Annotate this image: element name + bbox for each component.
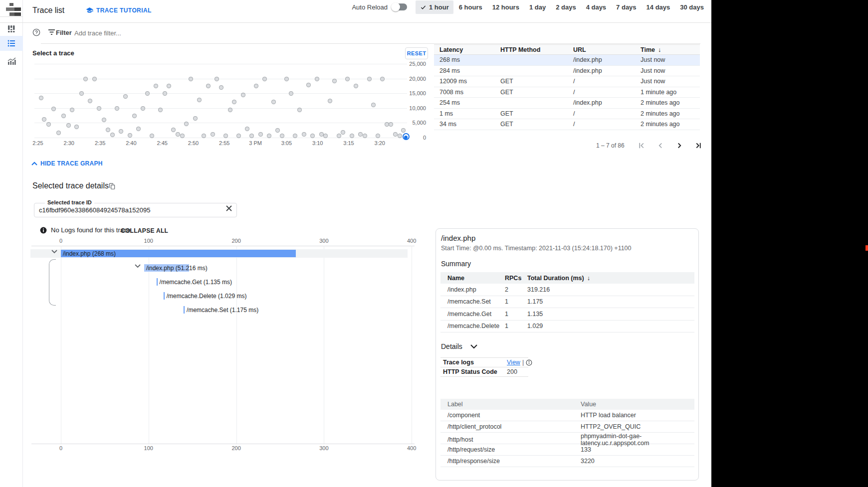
trace-dot[interactable]	[74, 125, 79, 129]
range-button-6-hours[interactable]: 6 hours	[454, 0, 487, 14]
trace-dot[interactable]	[136, 127, 141, 131]
trace-dot[interactable]	[46, 122, 51, 127]
details-section-toggle[interactable]: Details	[441, 342, 477, 350]
summary-column-header[interactable]: Total Duration (ms)↓	[527, 275, 694, 282]
trace-dot[interactable]	[61, 114, 66, 118]
range-button-12-hours[interactable]: 12 hours	[488, 0, 524, 14]
trace-filter-input[interactable]	[73, 29, 373, 37]
trace-dot[interactable]	[376, 134, 380, 138]
trace-dot[interactable]	[70, 108, 74, 112]
trace-dot[interactable]	[358, 132, 363, 137]
hide-trace-graph-button[interactable]: HIDE TRACE GRAPH	[31, 160, 103, 167]
trace-dot[interactable]	[88, 99, 92, 103]
trace-dot[interactable]	[236, 134, 241, 138]
column-header[interactable]: URL	[573, 46, 641, 53]
trace-dot[interactable]	[110, 133, 115, 137]
trace-dot[interactable]	[306, 83, 311, 87]
span-bar[interactable]	[184, 306, 185, 314]
table-row[interactable]: 34 msGET/2 minutes ago	[434, 119, 700, 130]
trace-dot[interactable]	[39, 96, 43, 100]
trace-dot[interactable]	[245, 127, 249, 131]
trace-dot[interactable]	[389, 122, 393, 127]
reset-button[interactable]: RESET	[405, 47, 428, 59]
trace-dot[interactable]	[141, 106, 145, 111]
trace-dot[interactable]	[42, 117, 46, 122]
trace-dot[interactable]	[267, 134, 271, 138]
table-row[interactable]: 284 ms/index.phpJust now	[434, 66, 700, 77]
trace-dot[interactable]	[385, 122, 389, 127]
trace-dot[interactable]	[223, 134, 228, 138]
trace-dot[interactable]	[398, 134, 402, 138]
summary-column-header[interactable]: Name	[447, 275, 505, 282]
collapse-all-button[interactable]: COLLAPSE ALL	[121, 227, 168, 234]
trace-dot[interactable]	[154, 84, 158, 88]
span-bar[interactable]	[157, 278, 158, 286]
trace-dot[interactable]	[184, 122, 189, 126]
chevron-down-icon[interactable]	[135, 264, 141, 268]
trace-dot[interactable]	[345, 77, 350, 81]
previous-page-icon[interactable]	[654, 140, 666, 152]
span-row[interactable]: /index.php (51.216 ms)	[32, 264, 415, 272]
trace-dot[interactable]	[297, 108, 302, 112]
trace-dot[interactable]	[219, 85, 223, 90]
trace-dot[interactable]	[302, 132, 306, 137]
trace-dot[interactable]	[158, 108, 163, 112]
trace-dot[interactable]	[66, 123, 71, 128]
trace-dot[interactable]	[401, 128, 406, 133]
trace-dot[interactable]	[289, 91, 293, 96]
trace-dot[interactable]	[180, 134, 185, 138]
trace-dot[interactable]	[92, 77, 97, 81]
span-row[interactable]: /memcache.Delete (1.029 ms)	[32, 292, 415, 300]
trace-dot[interactable]	[51, 107, 56, 111]
sidebar-item-trace-list[interactable]	[0, 36, 23, 51]
trace-dot[interactable]	[271, 100, 276, 104]
trace-dot[interactable]	[128, 133, 132, 138]
clear-trace-id-icon[interactable]	[225, 205, 232, 212]
trace-dot[interactable]	[337, 134, 341, 138]
trace-dot[interactable]	[249, 134, 254, 138]
trace-dot[interactable]	[354, 84, 358, 88]
trace-dot[interactable]	[193, 116, 198, 121]
last-page-icon[interactable]	[692, 140, 704, 152]
range-button-30-days[interactable]: 30 days	[675, 0, 708, 14]
range-button-2-days[interactable]: 2 days	[551, 0, 580, 14]
table-row[interactable]: 1 msGET/2 minutes ago	[434, 109, 700, 120]
auto-reload-toggle[interactable]	[392, 3, 407, 10]
trace-dot[interactable]	[211, 132, 215, 137]
range-button-1-day[interactable]: 1 day	[525, 0, 550, 14]
trace-dot[interactable]	[97, 106, 101, 111]
trace-dot[interactable]	[123, 94, 128, 99]
summary-column-header[interactable]: RPCs	[505, 275, 527, 282]
trace-dot[interactable]	[215, 77, 219, 81]
trace-dot[interactable]	[79, 91, 84, 96]
trace-dot[interactable]	[363, 134, 367, 138]
column-header[interactable]: Time↓	[641, 46, 700, 53]
trace-dot[interactable]	[171, 128, 176, 132]
span-row[interactable]: /index.php (268 ms)	[32, 249, 415, 258]
table-row[interactable]: 254 ms/index.php2 minutes ago	[434, 98, 700, 109]
trace-tutorial-button[interactable]: TRACE TUTORIAL	[86, 6, 152, 14]
span-row[interactable]: /memcache.Get (1.135 ms)	[32, 278, 415, 286]
trace-dot[interactable]	[350, 134, 354, 138]
trace-dot[interactable]	[241, 93, 245, 97]
range-button-7-days[interactable]: 7 days	[612, 0, 641, 14]
column-header[interactable]: Latency	[439, 46, 500, 53]
trace-dot[interactable]	[328, 99, 332, 103]
trace-dot[interactable]	[197, 98, 202, 102]
trace-dot[interactable]	[132, 114, 137, 118]
trace-dot[interactable]	[371, 103, 376, 107]
trace-dot[interactable]	[189, 77, 193, 81]
table-row[interactable]: 12009 msGET/Just now	[434, 76, 700, 87]
trace-dot[interactable]	[176, 132, 180, 137]
trace-dot[interactable]	[206, 84, 211, 88]
trace-dot[interactable]	[380, 77, 385, 81]
column-header[interactable]: HTTP Method	[500, 46, 573, 53]
trace-dot[interactable]	[258, 132, 263, 137]
trace-dot[interactable]	[119, 129, 123, 134]
table-row[interactable]: 268 ms/index.phpJust now	[434, 55, 700, 66]
trace-dot[interactable]	[367, 77, 372, 81]
trace-dot[interactable]	[315, 77, 319, 81]
trace-dot[interactable]	[319, 132, 324, 137]
span-bar[interactable]	[164, 292, 165, 300]
sidebar-item-overview[interactable]	[0, 21, 23, 36]
